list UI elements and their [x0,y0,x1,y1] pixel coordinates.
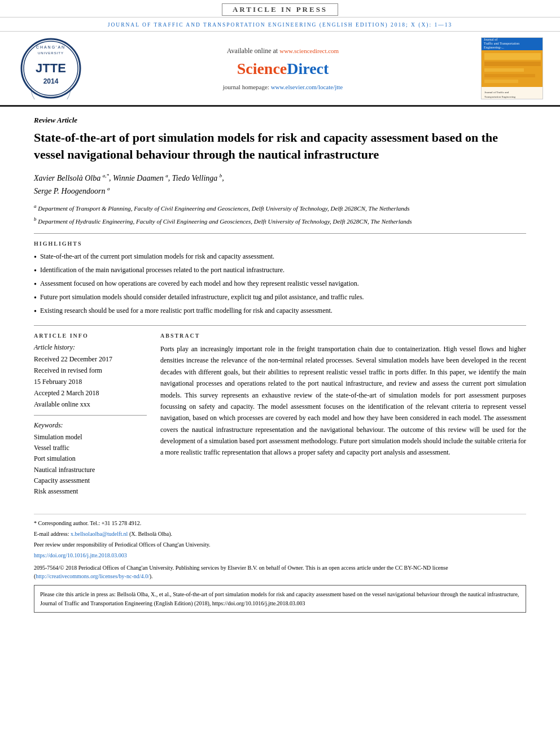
svg-rect-9 [484,68,524,72]
abstract-column: ABSTRACT Ports play an increasingly impo… [160,333,526,497]
svg-rect-8 [484,62,541,66]
history-item-3: 15 February 2018 [34,377,147,387]
doi-link[interactable]: https://doi.org/10.1016/j.jtte.2018.03.0… [34,552,127,558]
article-info-title: ARTICLE INFO [34,333,147,339]
highlight-item-2: • Identification of the main navigationa… [34,265,526,277]
thumbnail-body: Journal of Traffic and Transportation En… [482,50,542,99]
sd-direct: Direct [287,60,329,77]
sciencedirect-logo: ScienceDirect [237,60,329,78]
copyright-text: 2095-7564/© 2018 Periodical Offices of C… [34,563,526,580]
author-4: Serge P. Hoogendoorn a [34,187,110,195]
divider-2 [34,325,526,326]
main-content: Review Article State-of-the-art of port … [0,107,560,622]
abstract-title: ABSTRACT [160,333,526,339]
svg-text:Journal of Traffic and: Journal of Traffic and [484,91,509,94]
sd-science: Science [237,60,287,77]
article-info-column: ARTICLE INFO Article history: Received 2… [34,333,147,497]
peer-review-text: Peer review under responsibility of Peri… [34,540,526,549]
thumbnail-header-text: Journal ofTraffic and TransportationEngi… [484,38,519,50]
highlight-item-3: • Assessment focused on how operations a… [34,278,526,290]
thumbnail-header: Journal ofTraffic and TransportationEngi… [482,38,542,50]
svg-text:CHANG'AN: CHANG'AN [36,45,65,49]
header-center: Available online at www.sciencedirect.co… [90,37,475,99]
divider-left [34,415,147,416]
author-1: Xavier Bellsolà Olba a,* [34,174,109,182]
affiliation-a: a Department of Transport & Planning, Fa… [34,202,526,213]
highlight-item-5: • Existing research should be used for a… [34,305,526,317]
highlight-item-4: • Future port simulation models should c… [34,292,526,304]
header-section: CHANG'AN UNIVERSITY JTTE 2014 Available … [0,32,560,107]
two-column-section: ARTICLE INFO Article history: Received 2… [34,333,526,497]
journal-thumbnail-container: Journal ofTraffic and TransportationEngi… [475,37,549,99]
author-2: Winnie Daamen a [113,174,168,182]
keyword-4: Nautical infrastructure [34,465,147,475]
citation-text: Please cite this article in press as: Be… [40,591,519,606]
journal-title-text: JOURNAL OF TRAFFIC AND TRANSPORTATION EN… [108,22,453,28]
abstract-text: Ports play an increasingly important rol… [160,343,526,458]
highlights-section: HIGHLIGHTS • State-of-the-art of the cur… [34,241,526,317]
available-online-text: Available online at www.sciencedirect.co… [227,47,339,55]
svg-text:UNIVERSITY: UNIVERSITY [38,51,64,55]
cc-license-link[interactable]: http://creativecommons.org/licenses/by-n… [36,573,149,579]
thumbnail-cover-svg: Journal of Traffic and Transportation En… [482,50,543,99]
aip-banner: ARTICLE IN PRESS [0,0,560,18]
journal-homepage: journal homepage: www.elsevier.com/locat… [223,84,343,90]
keyword-3: Port simulation [34,453,147,464]
keyword-5: Capacity assessment [34,475,147,486]
history-item-1: Received 22 December 2017 [34,354,147,364]
sciencedirect-url[interactable]: www.sciencedirect.com [279,47,339,54]
author-3: Tiedo Vellinga b [172,174,222,182]
highlights-title: HIGHLIGHTS [34,241,526,247]
bullet-5: • [34,305,37,317]
corresponding-author: * Corresponding author. Tel.: +31 15 278… [34,519,526,528]
affiliation-b: b Department of Hydraulic Engineering, F… [34,215,526,226]
journal-thumbnail: Journal ofTraffic and TransportationEngi… [481,37,543,99]
footer-section: * Corresponding author. Tel.: +31 15 278… [34,514,526,613]
bullet-3: • [34,278,37,290]
keyword-1: Simulation model [34,432,147,443]
article-history-label: Article history: [34,343,147,352]
svg-rect-10 [484,74,535,77]
history-item-2: Received in revised form [34,365,147,375]
article-title: State-of-the-art of port simulation mode… [34,129,526,163]
svg-text:2014: 2014 [43,77,59,85]
email-line: E-mail address: x.bellsolaolba@tudelft.n… [34,530,526,539]
bullet-1: • [34,251,37,263]
aip-banner-text: ARTICLE IN PRESS [222,3,338,16]
svg-text:Transportation Engineering: Transportation Engineering [484,95,515,98]
highlight-item-1: • State-of-the-art of the current port s… [34,251,526,263]
svg-rect-11 [484,80,518,83]
journal-homepage-link[interactable]: www.elsevier.com/locate/jtte [271,84,343,90]
divider-1 [34,233,526,234]
jtte-logo: CHANG'AN UNIVERSITY JTTE 2014 [20,37,82,99]
authors: Xavier Bellsolà Olba a,*, Winnie Daamen … [34,172,526,198]
jtte-logo-container: CHANG'AN UNIVERSITY JTTE 2014 [11,37,90,99]
doi-line: https://doi.org/10.1016/j.jtte.2018.03.0… [34,551,526,560]
bullet-2: • [34,265,37,277]
affiliations: a Department of Transport & Planning, Fa… [34,202,526,226]
history-item-5: Available online xxx [34,399,147,409]
keyword-6: Risk assessment [34,486,147,497]
email-link[interactable]: x.bellsolaolba@tudelft.nl [71,531,128,537]
journal-title-bar: JOURNAL OF TRAFFIC AND TRANSPORTATION EN… [0,18,560,32]
article-type-label: Review Article [34,116,526,125]
bullet-4: • [34,292,37,304]
history-item-4: Accepted 2 March 2018 [34,388,147,398]
keyword-2: Vessel traffic [34,443,147,453]
svg-text:JTTE: JTTE [36,61,66,75]
citation-box: Please cite this article in press as: Be… [34,585,526,613]
svg-rect-7 [484,53,541,60]
keywords-label: Keywords: [34,421,147,430]
